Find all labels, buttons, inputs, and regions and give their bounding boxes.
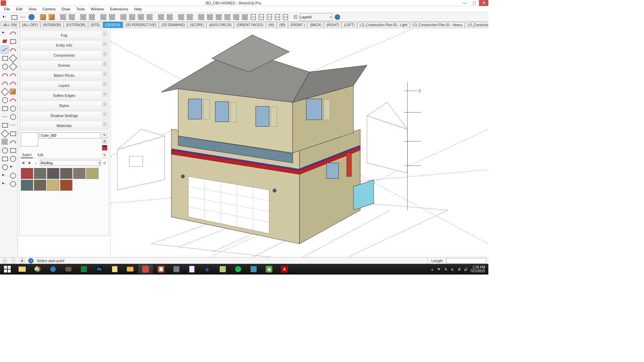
toolbar-btn-26[interactable] [186,13,194,21]
material-swatch[interactable] [73,168,86,179]
toolbar-btn-33[interactable] [241,13,249,21]
tool-walk[interactable] [1,171,9,179]
scene-tab[interactable]: (DESIGN) [103,22,123,28]
menu-view[interactable]: View [26,6,39,12]
taskbar-spotify[interactable] [231,264,246,274]
toolbar-btn-6[interactable] [48,13,56,21]
taskbar-camtasia[interactable]: ▣ [262,264,276,274]
tool-position[interactable] [9,163,17,171]
tray-close-icon[interactable]: × [102,112,107,117]
tray-close-icon[interactable]: × [102,92,107,97]
toolbar-btn-18[interactable] [128,13,136,21]
taskbar-folder2[interactable] [123,264,138,274]
tool-sect[interactable] [9,129,17,137]
taskbar-calc[interactable] [184,264,199,274]
scene-tab[interactable]: (BACK) [308,22,324,28]
material-pick-button[interactable]: ◎ [102,138,107,144]
taskbar-layout[interactable] [154,264,168,274]
toolbar-btn-29[interactable] [206,13,214,21]
taskbar-photoshop[interactable]: Ps [92,264,107,274]
tray-close-icon[interactable]: × [102,42,107,46]
toolbar-btn-28[interactable] [197,13,205,21]
taskbar-gimp[interactable] [61,264,76,274]
tool-lasso-red[interactable] [9,29,17,37]
material-create-button[interactable]: ✎ [102,132,107,138]
tool-orbit[interactable] [9,155,17,163]
scene-tab[interactable]: (45) [266,22,277,28]
scene-tab[interactable]: (EXTERIOR) [64,22,88,28]
toolbar-btn-30[interactable] [215,13,223,21]
tray-up-icon[interactable]: ▴ [430,267,435,272]
scene-tab[interactable]: (AXIS CHECK) [207,22,234,28]
materials-nav-back[interactable]: ⮜ [21,160,26,166]
scene-tab[interactable]: LO_Construction Plan 01 - Light [357,22,410,28]
taskbar-acrobat[interactable]: A [277,264,292,274]
materials-nav-fwd[interactable]: ⮞ [27,160,33,166]
tool-dim[interactable] [9,121,17,129]
taskbar-clock[interactable]: 1:26 PM 7/21/2015 [470,265,485,273]
material-name-input[interactable]: Color_000 [40,132,101,138]
status-icon-person[interactable]: ☺ [2,258,7,263]
toolbar-btn-25[interactable] [177,13,185,21]
tool-pan[interactable] [1,155,9,163]
tray-panel-components[interactable]: Components× [20,51,108,60]
taskbar-sketchup[interactable] [138,264,153,274]
scene-tab[interactable]: (LEFT) [342,22,357,28]
materials-details-button[interactable]: ⟳ [102,160,107,166]
menu-file[interactable]: File [1,6,13,12]
start-button[interactable] [1,264,14,274]
material-swatch[interactable] [21,168,33,179]
toolbar-btn-14[interactable] [99,13,107,21]
tool-eye[interactable] [9,171,17,179]
taskbar-earth[interactable] [46,264,60,274]
toolbar-btn-19[interactable] [137,13,145,21]
scene-tab[interactable]: (2D DRAWING) [159,22,187,28]
tray-close-icon[interactable]: × [102,32,107,36]
tool-circle[interactable] [1,62,9,70]
tool-paint[interactable] [1,37,9,45]
length-input[interactable] [446,258,486,263]
toolbar-btn-15[interactable] [108,13,116,21]
tool-feet[interactable] [1,180,9,188]
tool-line[interactable] [1,46,9,54]
tray-panel-soften-edges[interactable]: Soften Edges× [20,91,108,100]
tray-close-icon[interactable]: × [102,62,107,66]
tray-panel-entity-info[interactable]: Entity Info× [20,41,108,50]
taskbar-app3[interactable] [246,264,261,274]
wall-tool-0[interactable] [250,13,257,21]
material-swatch[interactable] [60,168,72,179]
maximize-button[interactable]: □ [470,0,479,6]
material-swatch[interactable] [86,168,99,179]
tool-polygon[interactable] [9,62,17,70]
taskbar-store[interactable] [76,264,91,274]
tray-panel-materials[interactable]: Materials× [20,121,108,130]
scene-tab[interactable]: (SITE) [88,22,103,28]
scene-tab[interactable]: (RIGHT) [324,22,341,28]
tool-target[interactable] [9,180,17,188]
close-button[interactable]: ✕ [479,0,488,6]
material-swatch[interactable] [34,168,46,179]
tray-panel-layers[interactable]: Layers× [20,81,108,90]
tool-pie[interactable] [9,79,17,87]
wall-tool-4[interactable] [282,13,289,21]
scene-tab[interactable]: (SCOPE) [187,22,206,28]
scene-tab[interactable]: (ALL OFF) [20,22,40,28]
material-swatch[interactable] [34,180,46,191]
minimize-button[interactable]: — [460,0,470,6]
wall-tool-1[interactable] [258,13,265,21]
scene-tab[interactable]: (3D PERSPECTIVE) [123,22,159,28]
tray-close-icon[interactable]: × [102,52,107,56]
tray-net-icon[interactable]: ⇅ [443,267,448,272]
layer-select[interactable]: Layer0 [299,13,333,21]
taskbar-notes[interactable] [107,264,122,274]
toolbar-btn-9[interactable] [68,13,76,21]
toolbar-btn-17[interactable] [119,13,127,21]
tool-rectangle[interactable] [1,54,9,62]
tool-axes[interactable] [1,129,9,137]
tool-move[interactable] [1,87,9,96]
tool-rotate[interactable] [1,96,9,104]
tray-close-icon[interactable]: × [102,102,107,107]
toolbar-btn-32[interactable] [232,13,240,21]
tool-zoom-ext[interactable] [9,146,17,154]
tool-3pt-arc[interactable] [1,79,9,87]
